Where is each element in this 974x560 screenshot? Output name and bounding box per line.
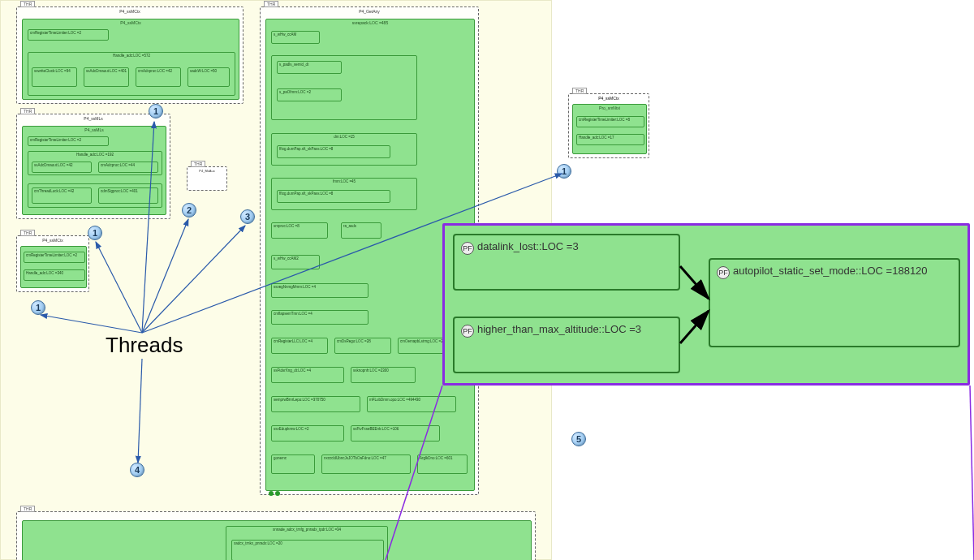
sub-group: Handle_adc:LOC =572 sswriteClock:LOC =94… bbox=[28, 52, 235, 96]
thread-block-6: THR P4_ssMCtx Pro_smNtxi cmRegisterTimeL… bbox=[568, 93, 649, 158]
sub-group: fmm:LOC =45 fftxg.dumPap.sft_skPass:LOC … bbox=[271, 178, 417, 210]
sub-box: cmThreadLock:LOC =42 bbox=[32, 187, 92, 204]
detail-panel: PFdatalink_lost::LOC =3 PFhigher_than_ma… bbox=[442, 223, 970, 386]
green-panel: P4_ssMLs cmRegisterTimeLimiter:LOC =2 Ha… bbox=[22, 126, 166, 215]
green-panel: cmRegisterTimeLimiter:LOC =2 Handle_adc:… bbox=[20, 246, 87, 288]
sub-box: cmAdcproc:LOC =42 bbox=[136, 67, 181, 87]
sub-box: s_padls_semid_dt bbox=[277, 61, 342, 74]
block-title: P4_MxAux bbox=[187, 167, 226, 173]
green-title: P4_ssMCtx bbox=[23, 19, 239, 25]
block-title: P4_ssMCtx bbox=[17, 236, 88, 243]
thread-block-7: THR xnnade_adcx_trnfg_pnradx_tpdr:LOC =3… bbox=[16, 511, 536, 560]
marker-5: 5 bbox=[571, 432, 586, 446]
green-title: Pro_smNtxi bbox=[573, 105, 646, 110]
green-panel: xnnade_adcx_trnfg_pnradx_tpdr:LOC =34 xa… bbox=[22, 520, 532, 560]
sub-box: ArglkDno:LOC =601 bbox=[417, 454, 468, 474]
sub-box: ssvegNnmgMmm:LOC =4 bbox=[271, 283, 368, 298]
svg-line-0 bbox=[680, 266, 709, 299]
port-dots bbox=[269, 491, 280, 496]
sub-box: s_paOfmm:LOC =2 bbox=[277, 88, 342, 101]
block-tab: THR bbox=[264, 1, 278, 7]
sub-box: sswriteClock:LOC =94 bbox=[32, 67, 77, 87]
block-tab: THR bbox=[20, 506, 35, 512]
sub-box: Handle_adc:LOC =17 bbox=[576, 134, 644, 145]
sub-box: cmflapsemTmn:LOC =4 bbox=[271, 310, 368, 325]
threads-label: Threads bbox=[106, 333, 183, 358]
sub-box: cmRegisterLLC:LOC =4 bbox=[271, 338, 328, 354]
sub-box: ssknopnh:LOC =2300 bbox=[351, 367, 416, 383]
sub-group: xnnade_adcx_trnfg_pnradx_tpdr:LOC =34 xa… bbox=[226, 526, 388, 560]
sub-group: dm:LOC =15 fftxg.dumPap.sft_skPass:LOC =… bbox=[271, 133, 417, 166]
sub-box: Handle_adc:LOC =340 bbox=[24, 269, 85, 281]
marker-4: 4 bbox=[130, 463, 144, 477]
marker-1: 1 bbox=[31, 300, 45, 315]
sub-group: s_padls_semid_dt s_paOfmm:LOC =2 bbox=[271, 55, 417, 120]
sub-box: ssFtdsrXng_dt:LOC =4 bbox=[271, 367, 344, 383]
marker-1: 1 bbox=[557, 164, 571, 179]
block-tab: THR bbox=[572, 88, 587, 94]
green-title: ssrepack:LOC =485 bbox=[266, 19, 474, 25]
thread-block-3: THR P4_ssMCtx cmRegisterTimeLimiter:LOC … bbox=[16, 235, 89, 292]
block-title: P4_ssMCtx bbox=[17, 7, 243, 14]
sub-box: fftxg.dumPap.sft_skPass:LOC =8 bbox=[277, 190, 390, 203]
block-title: P4_ssMCtx bbox=[569, 94, 649, 101]
marker-3: 3 bbox=[240, 209, 255, 224]
sub-box: s_wHw_ccAM bbox=[271, 31, 320, 44]
green-panel: P4_ssMCtx cmRegisterTimeLimiter:LOC =2 H… bbox=[22, 19, 239, 100]
sub-box: cmRegisterTimeLimiter:LOC =2 bbox=[24, 252, 85, 263]
thread-block-2: THR P4_ssMLs P4_ssMLs cmRegisterTimeLimi… bbox=[16, 114, 170, 219]
sub-box: ssAdcDmaout:LOC =401 bbox=[84, 67, 129, 87]
sub-box: fftxg.dumPap.sft_skPass:LOC =8 bbox=[277, 145, 390, 158]
marker-1: 1 bbox=[88, 226, 102, 240]
detail-box-altitude: PFhigher_than_max_altitude::LOC =3 bbox=[453, 317, 680, 373]
block-title: P4_GetAny bbox=[261, 7, 478, 14]
sub-box: semprwBrnrLepo:LOC =370750 bbox=[271, 396, 360, 412]
svg-line-1 bbox=[680, 311, 709, 343]
marker-1: 1 bbox=[149, 104, 163, 118]
block-tab: THR bbox=[20, 230, 35, 236]
block-tab: THR bbox=[191, 161, 205, 167]
pf-icon: PF bbox=[717, 266, 730, 279]
sub-group: cmThreadLock:LOC =42 cdmSigproc:LOC =401 bbox=[28, 183, 162, 208]
block-title: P4_ssMLs bbox=[17, 114, 170, 121]
pf-icon: PF bbox=[461, 242, 474, 255]
sub-box: cmRegisterTimeLimiter:LOC =2 bbox=[28, 29, 109, 41]
sub-group: Handle_adc:LOC =192 ssAdcDmaout:LOC =42 … bbox=[28, 151, 162, 175]
sub-box: nxcccldUbncJsJOTbOaFdno:LOC =47 bbox=[321, 454, 411, 474]
thread-block-1: THR P4_ssMCtx P4_ssMCtx cmRegisterTimeLi… bbox=[16, 6, 244, 104]
sub-box: cdmSigproc:LOC =401 bbox=[98, 187, 158, 204]
sub-box: ssvEdupkmw:LOC =2 bbox=[271, 425, 344, 442]
detail-box-autopilot: PFautopilot_static_set_mode::LOC =188120 bbox=[709, 258, 960, 347]
sub-box: xadcx_trnkx_pnradx:LOC =20 bbox=[231, 540, 384, 560]
sub-box: cmAdcproc:LOC =44 bbox=[98, 162, 158, 173]
sub-box: ra_asds bbox=[341, 222, 381, 239]
green-title: P4_ssMLs bbox=[23, 127, 166, 132]
sub-box: ssAdcDmaout:LOC =42 bbox=[32, 162, 92, 173]
sub-box: cmRegisterTimeLimiter:LOC =8 bbox=[576, 116, 644, 127]
marker-2: 2 bbox=[182, 203, 196, 218]
block-tab: THR bbox=[20, 108, 35, 114]
sub-box: s_wHw_ccAM2 bbox=[271, 255, 320, 269]
sub-box: smproc:LOC =8 bbox=[271, 222, 328, 239]
pf-icon: PF bbox=[461, 325, 474, 338]
sub-box: sadcW:LOC =50 bbox=[187, 67, 230, 87]
thread-block-4: THR P4_MxAux bbox=[187, 166, 227, 191]
block-tab: THR bbox=[20, 1, 35, 7]
sub-box: mFLubDmm.opo:LOC =494430 bbox=[367, 396, 456, 412]
sub-box: gonemc bbox=[271, 454, 315, 474]
sub-box: cmDsRego:LOC =28 bbox=[334, 338, 391, 354]
detail-box-datalink: PFdatalink_lost::LOC =3 bbox=[453, 234, 680, 291]
green-panel: Pro_smNtxi cmRegisterTimeLimiter:LOC =8 … bbox=[572, 104, 647, 154]
sub-box: cmRegisterTimeLimiter:LOC =2 bbox=[28, 136, 109, 146]
sub-box: ssFtvFxseBEEnk:LOC =106 bbox=[351, 425, 440, 442]
